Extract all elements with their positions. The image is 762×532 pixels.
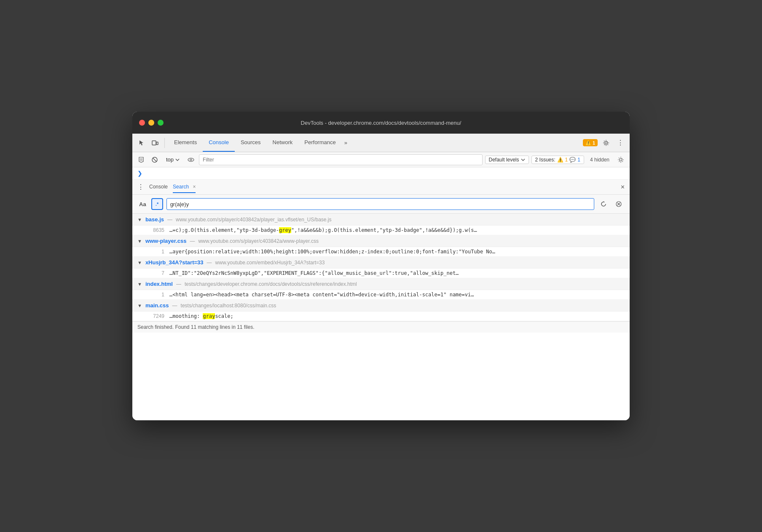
result-file-name-3: xHusjrb_34A?start=33 [145, 259, 204, 266]
devtools-toolbar: Elements Console Sources Network Perform… [132, 134, 630, 152]
issue-badge[interactable]: ⚠️ 1 [583, 139, 598, 146]
svg-line-7 [153, 158, 157, 161]
more-tabs-button[interactable]: » [342, 134, 350, 152]
result-file-header-2[interactable]: ▼ www-player.css — www.youtube.com/s/pla… [132, 235, 630, 247]
toolbar-divider [164, 138, 165, 148]
issues-label: 2 Issues: [535, 157, 555, 163]
tab-console-panel[interactable]: Console [149, 181, 168, 193]
result-file-header[interactable]: ▼ base.js — www.youtube.com/s/player/c40… [132, 214, 630, 226]
result-file-dash-5: — [172, 303, 177, 309]
traffic-lights [139, 120, 164, 126]
issues-count-badge[interactable]: 2 Issues: ⚠️ 1 💬 1 [531, 156, 584, 164]
context-label: top [166, 156, 174, 163]
line-content: …=c);g.O(this.element,"ytp-3d-badge-grey… [169, 227, 477, 233]
fullscreen-button[interactable] [158, 120, 164, 126]
result-file-url-3: www.youtube.com/embed/xHusjrb_34A?start=… [215, 260, 325, 266]
context-dropdown[interactable]: top [163, 156, 183, 164]
svg-point-2 [605, 142, 607, 144]
search-input-row: Aa .* [132, 195, 630, 214]
line-content-3: …NT_ID":"2OeQYs2rNcSnW8yxpLgD","EXPERIME… [169, 270, 459, 276]
tab-elements[interactable]: Elements [168, 134, 203, 152]
levels-chevron-icon [521, 159, 525, 161]
panel-close-button[interactable]: × [621, 183, 625, 191]
main-content: ❯ ⋮ Console Search × × Aa .* [132, 167, 630, 420]
close-button[interactable] [139, 120, 145, 126]
dropdown-chevron-icon [175, 159, 180, 161]
issue-badge-count: 1 [593, 140, 595, 145]
result-line-2[interactable]: 1 …ayer{position:relative;width:100%;hei… [132, 247, 630, 257]
prompt-arrow-icon[interactable]: ❯ [137, 170, 142, 177]
line-number-2: 1 [148, 249, 164, 255]
default-levels-label: Default levels [489, 157, 519, 163]
block-icon[interactable] [149, 154, 160, 165]
console-settings-icon[interactable] [615, 154, 626, 165]
line-number: 8635 [148, 227, 164, 233]
result-file-header-5[interactable]: ▼ main.css — tests/changes/localhost:808… [132, 300, 630, 312]
result-file-url-2: www.youtube.com/s/player/c403842a/www-pl… [198, 238, 318, 244]
more-options-icon[interactable]: ⋮ [614, 137, 626, 149]
device-toggle-icon[interactable] [149, 137, 161, 149]
minimize-button[interactable] [148, 120, 154, 126]
console-toolbar: top Default levels 2 Issues: ⚠️ 1 💬 1 4 … [132, 152, 630, 167]
cancel-search-icon[interactable] [613, 198, 625, 210]
collapse-arrow-icon-4: ▼ [137, 282, 142, 287]
svg-point-10 [620, 159, 622, 161]
result-file-url-4: tests/changes/developer.chrome.com/docs/… [185, 281, 357, 287]
match-case-button[interactable]: Aa [137, 200, 148, 208]
result-file-name-2: www-player.css [145, 238, 187, 244]
line-number-3: 7 [148, 270, 164, 276]
issue-warn-icon: ⚠️ [585, 140, 591, 145]
collapse-arrow-icon-5: ▼ [137, 303, 142, 308]
result-file-name: base.js [145, 216, 164, 223]
line-content-before-5: …moothing: [169, 313, 203, 319]
warn-icon: ⚠️ [557, 157, 563, 163]
title-bar: DevTools - developer.chrome.com/docs/dev… [132, 112, 630, 134]
hidden-count-label: 4 hidden [587, 156, 613, 164]
line-content-after-5: scale; [215, 313, 233, 319]
svg-rect-1 [156, 142, 158, 145]
default-levels-dropdown[interactable]: Default levels [485, 156, 529, 164]
result-file-header-3[interactable]: ▼ xHusjrb_34A?start=33 — www.youtube.com… [132, 257, 630, 269]
status-bar: Search finished. Found 11 matching lines… [132, 321, 630, 333]
clear-console-icon[interactable] [136, 154, 147, 165]
search-tab-label: Search [173, 184, 189, 190]
settings-icon[interactable] [600, 137, 612, 149]
search-tab-close-icon[interactable]: × [193, 184, 196, 190]
inspector-icon[interactable] [136, 137, 148, 149]
result-line-4[interactable]: 1 …<html lang=en><head><meta charset=UTF… [132, 290, 630, 300]
filter-input[interactable] [199, 154, 482, 165]
result-file-dash: — [167, 217, 172, 223]
line-content-5: …moothing: grayscale; [169, 313, 233, 319]
regex-button[interactable]: .* [151, 198, 163, 210]
result-line[interactable]: 8635 …=c);g.O(this.element,"ytp-3d-badge… [132, 226, 630, 235]
toolbar-tabs: Elements Console Sources Network Perform… [168, 134, 581, 152]
eye-icon[interactable] [185, 154, 196, 165]
result-file-header-4[interactable]: ▼ index.html — tests/changes/developer.c… [132, 278, 630, 290]
tab-network[interactable]: Network [267, 134, 299, 152]
info-count: 1 [577, 157, 580, 163]
result-file-dash-4: — [176, 281, 181, 287]
svg-point-9 [190, 159, 192, 161]
tab-console[interactable]: Console [203, 134, 235, 152]
line-content-4: …<html lang=en><head><meta charset=UTF-8… [169, 292, 474, 298]
tab-search-panel[interactable]: Search × [173, 181, 196, 193]
result-line-5[interactable]: 7249 …moothing: grayscale; [132, 312, 630, 321]
panel-menu-icon[interactable]: ⋮ [137, 183, 144, 191]
result-file-name-5: main.css [145, 302, 169, 309]
line-number-4: 1 [148, 292, 164, 298]
line-content-after: ",!a&&e&&b);g.O(this.element,"ytp-3d-bad… [291, 227, 477, 233]
result-line-3[interactable]: 7 …NT_ID":"2OeQYs2rNcSnW8yxpLgD","EXPERI… [132, 269, 630, 278]
search-input[interactable] [166, 198, 594, 210]
search-panel-header: ⋮ Console Search × × [132, 180, 630, 195]
results-area: ▼ base.js — www.youtube.com/s/player/c40… [132, 214, 630, 321]
devtools-window: DevTools - developer.chrome.com/docs/dev… [132, 112, 630, 420]
tab-performance[interactable]: Performance [298, 134, 341, 152]
tab-sources[interactable]: Sources [235, 134, 267, 152]
svg-rect-0 [152, 141, 156, 145]
status-text: Search finished. Found 11 matching lines… [137, 324, 255, 330]
result-file-url-5: tests/changes/localhost:8080/css/main.cs… [181, 303, 276, 309]
result-file-dash-2: — [190, 238, 195, 244]
refresh-search-icon[interactable] [598, 198, 609, 210]
collapse-arrow-icon-3: ▼ [137, 260, 142, 265]
window-title: DevTools - developer.chrome.com/docs/dev… [301, 120, 461, 126]
